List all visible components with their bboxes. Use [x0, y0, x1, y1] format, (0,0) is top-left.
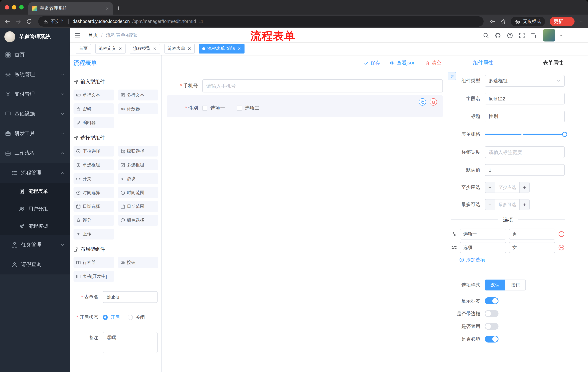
remove-option-button[interactable] — [558, 244, 565, 251]
palette-item-rate[interactable]: 评分 — [74, 215, 114, 226]
traffic-light-close[interactable] — [5, 5, 9, 10]
password-key-icon[interactable] — [490, 19, 496, 24]
tag-close-icon[interactable] — [153, 47, 157, 51]
traffic-light-zoom[interactable] — [19, 5, 24, 10]
palette-item-password[interactable]: 密码 — [74, 103, 114, 114]
option-value-input[interactable] — [509, 242, 555, 253]
decrease-button[interactable]: − — [485, 182, 495, 192]
view-json-button[interactable]: 查看json — [390, 60, 416, 66]
new-tab-button[interactable] — [113, 2, 124, 13]
option-value-input[interactable] — [509, 229, 555, 240]
gender-option-2-checkbox[interactable]: 选项二 — [237, 105, 259, 111]
tag-process-form-edit[interactable]: 流程表单-编辑 — [199, 44, 244, 53]
security-warning-icon[interactable] — [43, 19, 48, 24]
hamburger-button[interactable] — [74, 32, 81, 39]
sidebar-item-home[interactable]: 首页 — [0, 45, 70, 65]
tab-form-props[interactable]: 表单属性 — [518, 55, 588, 71]
traffic-light-minimize[interactable] — [12, 5, 16, 10]
kebab-menu-icon[interactable] — [566, 19, 570, 24]
increase-button[interactable]: + — [519, 200, 529, 210]
bookmark-star-icon[interactable] — [500, 19, 506, 24]
palette-item-slider[interactable]: 滑块 — [118, 173, 158, 184]
tag-close-icon[interactable] — [187, 47, 191, 51]
palette-item-switch[interactable]: 开关 — [74, 173, 114, 184]
delete-widget-button[interactable] — [430, 98, 437, 106]
default-value-input[interactable] — [485, 164, 565, 176]
title-input[interactable] — [485, 111, 565, 122]
slider-handle[interactable] — [562, 132, 567, 137]
remove-option-button[interactable] — [558, 231, 565, 237]
min-select-input[interactable] — [495, 182, 519, 192]
increase-button[interactable]: + — [519, 182, 529, 192]
style-segment-default[interactable]: 默认 — [485, 279, 505, 290]
palette-item-upload[interactable]: 上传 — [74, 229, 114, 240]
sidebar-item-workflow[interactable]: 工作流程 — [0, 143, 70, 163]
palette-item-cascader[interactable]: 级联选择 — [118, 146, 158, 157]
forward-button[interactable] — [15, 18, 21, 25]
component-type-select[interactable]: 多选框组 — [485, 75, 565, 87]
tag-process-model[interactable]: 流程模型 — [130, 44, 160, 53]
decrease-button[interactable]: − — [485, 200, 495, 210]
copy-widget-button[interactable] — [419, 98, 426, 106]
tag-close-icon[interactable] — [118, 47, 122, 51]
palette-item-select[interactable]: 下拉选择 — [74, 146, 114, 157]
sidebar-item-process-model[interactable]: 流程模型 — [0, 218, 70, 235]
palette-item-date-picker[interactable]: 日期选择 — [74, 201, 114, 212]
canvas-body[interactable]: 手机号 性别 选项一 — [162, 71, 448, 372]
border-switch[interactable] — [485, 310, 498, 317]
form-grid-slider[interactable] — [485, 128, 565, 140]
tab-close-icon[interactable] — [105, 6, 109, 10]
gender-widget[interactable]: 性别 选项一 选项二 — [167, 95, 443, 117]
palette-item-button[interactable]: 按钮 — [118, 257, 158, 268]
required-switch[interactable] — [485, 336, 498, 342]
drag-handle-icon[interactable] — [451, 231, 457, 237]
sidebar-item-system[interactable]: 系统管理 — [0, 65, 70, 85]
sidebar-item-infra[interactable]: 基础设施 — [0, 104, 70, 124]
palette-item-color-picker[interactable]: 颜色选择 — [118, 215, 158, 226]
tab-component-props[interactable]: 组件属性 — [448, 55, 518, 71]
max-select-input[interactable] — [495, 200, 519, 210]
phone-input[interactable] — [202, 79, 443, 93]
add-option-button[interactable]: 添加选项 — [459, 257, 565, 263]
slider-track[interactable] — [485, 134, 565, 135]
field-name-input[interactable] — [485, 93, 565, 105]
form-status-radio-on[interactable]: 开启 — [103, 314, 120, 321]
palette-item-editor[interactable]: 编辑器 — [74, 117, 114, 128]
gender-option-1-checkbox[interactable]: 选项一 — [202, 105, 225, 111]
drag-handle-icon[interactable] — [451, 244, 457, 250]
font-size-button[interactable] — [531, 32, 537, 38]
search-button[interactable] — [483, 32, 489, 38]
sidebar-item-process-form[interactable]: 流程表单 — [0, 183, 70, 200]
tag-process-definition[interactable]: 流程定义 — [95, 44, 126, 53]
option-label-input[interactable] — [460, 242, 506, 253]
fullscreen-button[interactable] — [519, 32, 525, 38]
sidebar-logo[interactable]: 芋道管理系统 — [0, 28, 70, 45]
breadcrumb-home[interactable]: 首页 — [88, 32, 98, 39]
palette-item-radio-group[interactable]: 单选框组 — [74, 159, 114, 170]
browser-tab[interactable]: 芋道管理系统 — [28, 2, 113, 15]
avatar-chevron-icon[interactable] — [559, 33, 563, 37]
tag-home[interactable]: 首页 — [76, 44, 91, 53]
palette-item-table[interactable]: 表格[开发中] — [74, 271, 114, 282]
sidebar-item-payment[interactable]: 支付管理 — [0, 85, 70, 104]
palette-item-multi-text[interactable]: 多行文本 — [118, 90, 158, 100]
palette-item-date-range[interactable]: 日期范围 — [118, 201, 158, 212]
form-name-field[interactable] — [103, 291, 158, 303]
disabled-switch[interactable] — [485, 323, 498, 330]
avatar[interactable] — [543, 29, 555, 42]
sidebar-item-process-management[interactable]: 流程管理 — [0, 163, 70, 183]
link-badge[interactable] — [448, 72, 456, 80]
save-button[interactable]: 保存 — [364, 60, 380, 66]
label-width-input[interactable] — [485, 146, 565, 158]
sidebar-item-leave-query[interactable]: 请假查询 — [0, 255, 70, 275]
tag-close-icon[interactable] — [237, 47, 241, 51]
back-button[interactable] — [4, 18, 10, 25]
sidebar-item-devtools[interactable]: 研发工具 — [0, 124, 70, 143]
sidebar-item-user-group[interactable]: 用户分组 — [0, 200, 70, 218]
form-status-radio-off[interactable]: 关闭 — [128, 314, 145, 321]
reload-button[interactable] — [26, 19, 32, 24]
address-bar[interactable]: 不安全 dashboard.yudao.iocoder.cn/bpm/manag… — [38, 16, 483, 27]
option-label-input[interactable] — [460, 229, 506, 240]
sidebar-item-task-management[interactable]: 任务管理 — [0, 235, 70, 255]
phone-field-row[interactable]: 手机号 — [167, 79, 443, 93]
